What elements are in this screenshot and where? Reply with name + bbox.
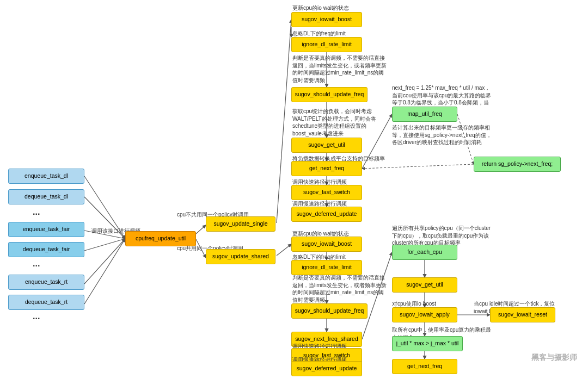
watermark: 黑客与摄影师 (531, 353, 577, 363)
svg-line-3 (84, 239, 125, 251)
ignore-freq-top-label: 忽略DL下的freq的limit (292, 30, 346, 38)
ignore-dl-rate-limit-bot: ignore_dl_rate_limit (291, 260, 362, 275)
sugov-fast-switch: sugov_fast_switch (291, 185, 362, 200)
for-each-cpu: for_each_cpu (392, 245, 457, 260)
get-next-freq2: get_next_freq (392, 359, 457, 374)
iowait-boost-label: 对cpu使用io boost (392, 300, 436, 308)
sugov-update-single: sugov_update_single (206, 216, 275, 232)
sg-policy-desc: 若计算出来的目标频率更一缓存的频率相等，直接使用sg_policy->next_… (392, 124, 493, 146)
svg-line-8 (277, 20, 291, 223)
sugov-iowait-reset: sugov_iowait_reset (490, 307, 555, 322)
svg-line-4 (84, 239, 125, 284)
dots2: ··· (33, 261, 40, 271)
enqueue-task-dl: enqueue_task_dl (8, 169, 84, 184)
map-util-freq: map_util_freq (392, 107, 457, 122)
sugov-deferred-update: sugov_deferred_update (291, 207, 362, 222)
dots1: ··· (33, 209, 40, 219)
svg-line-6 (196, 225, 206, 234)
ignore-dl-rate-limit-top: ignore_dl_rate_limit (291, 37, 362, 52)
sugov-deferred-update-bot: sugov_deferred_update (291, 361, 362, 376)
svg-line-5 (84, 239, 125, 304)
dots3: ··· (33, 314, 40, 324)
judge-update-bot-label: 判断是否要真的调频，不需要的话直接返回，当limits发生变化，或者频率更新的时… (292, 274, 388, 303)
sugov-update-shared: sugov_update_shared (206, 249, 275, 264)
j-util: j_util * max > j_max * util (392, 336, 463, 351)
enqueue-task-fair: enqueue_task_fair (8, 222, 84, 237)
return-sg-policy: return sg_policy->next_freq; (474, 157, 561, 172)
cpufreq-update-util: cpufreq_update_util (125, 231, 196, 246)
update-iowait-top-label: 更新cpu的io wait的状态 (292, 4, 349, 12)
svg-line-18 (277, 244, 291, 256)
diagram: enqueue_task_dl dequeue_task_dl ··· enqu… (0, 0, 588, 379)
sugov-get-util2: sugov_get_util (392, 277, 457, 293)
svg-line-15 (362, 164, 474, 169)
for-each-desc: 遍历所有共享policy的cpu（同一个cluster下的cpu），取cpu负载… (392, 225, 493, 247)
sugov-should-update-freq-top: sugov_should_update_freq (291, 87, 367, 102)
dequeue-task-rt: dequeue_task_rt (8, 295, 84, 310)
judge-update-top-label: 判断是否要真的调频，不需要的话直接返回，当limits发生变化，或者频率更新的时… (292, 54, 388, 84)
get-cpu-util-label: 获取cpu统计的负载，会同时考虑WALT/PELT的处理方式，同时会将sched… (292, 108, 385, 137)
sugov-iowait-boost-bot: sugov_iowait_boost (291, 237, 362, 252)
sugov-should-update-freq-bot: sugov_should_update_freq (291, 303, 367, 319)
get-next-freq: get_next_freq (291, 161, 362, 176)
dequeue-task-dl: dequeue_task_dl (8, 189, 84, 204)
sugov-iowait-boost-top: sugov_iowait_boost (291, 12, 362, 27)
enqueue-task-rt: enqueue_task_rt (8, 275, 84, 290)
dequeue-task-fair: dequeue_task_fair (8, 242, 84, 257)
sugov-get-util: sugov_get_util (291, 138, 362, 153)
sugov-iowait-apply: sugov_iowait_apply (392, 307, 457, 322)
